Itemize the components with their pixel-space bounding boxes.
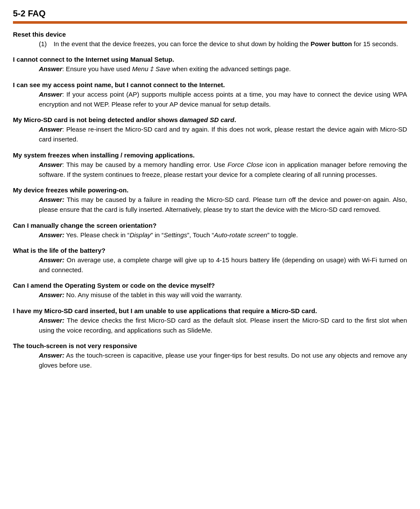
answer-text-powering: This may be caused by a failure in readi… <box>39 196 407 213</box>
answer-text-freezes-1: : This may be caused by a memory handlin… <box>62 161 227 168</box>
section-screen-orientation: Can I manually change the screen orienta… <box>13 222 407 240</box>
answer-label-microsd: Answer <box>39 126 62 133</box>
answer-text-orientation-3: ”, Touch “ <box>187 231 214 239</box>
answer-text-touchscreen: As the touch-screen is capacitive, pleas… <box>39 352 407 369</box>
question-text-access: I can see my access point name, but I ca… <box>13 81 225 88</box>
answer-label-access: Answer <box>39 91 62 98</box>
question-system-freezes: My system freezes when installing / remo… <box>13 151 407 159</box>
section-microsd-damaged: My Micro-SD card is not being detected a… <box>13 116 407 145</box>
answer-manual-setup: Answer: Ensure you have used Menu ‡ Save… <box>39 64 407 74</box>
answer-text-manual-2: when exiting the advanced settings page. <box>170 65 291 72</box>
section-manual-setup: I cannot connect to the Internet using M… <box>13 56 407 74</box>
section-touchscreen: The touch-screen is not very responsive … <box>13 342 407 371</box>
question-access-point: I can see my access point name, but I ca… <box>13 81 407 88</box>
display-italic: Display <box>129 231 151 239</box>
answer-microsd-inserted: Answer: The device checks the first Micr… <box>39 315 407 336</box>
question-text-battery: What is the life of the battery? <box>13 247 105 254</box>
answer-text-microsd-inserted: The device checks the first Micro-SD car… <box>39 317 407 334</box>
section-battery-life: What is the life of the battery? Answer:… <box>13 247 407 275</box>
answer-label-microsd-inserted: Answer: <box>39 317 64 324</box>
question-microsd-damaged: My Micro-SD card is not being detected a… <box>13 116 407 123</box>
section-system-freezes: My system freezes when installing / remo… <box>13 151 407 180</box>
answer-screen-orientation: Answer: Yes. Please check in “Display” i… <box>39 230 407 240</box>
answer-label-touchscreen: Answer: <box>39 352 64 359</box>
answer-label-manual: Answer <box>39 65 62 72</box>
question-os-amend: Can I amend the Operating System or code… <box>13 282 407 289</box>
answer-text-microsd: : Please re-insert the Micro-SD card and… <box>39 126 407 143</box>
answer-microsd-damaged: Answer: Please re-insert the Micro-SD ca… <box>39 124 407 145</box>
num-label: (1) <box>39 39 52 49</box>
question-battery-life: What is the life of the battery? <box>13 247 407 254</box>
force-close-italic: Force Close <box>227 161 263 168</box>
section-os-amend: Can I amend the Operating System or code… <box>13 282 407 300</box>
answer-text-access: : If your access point (AP) supports mul… <box>39 91 407 108</box>
question-text-os: Can I amend the Operating System or code… <box>13 282 215 289</box>
answer-text-reset-1: In the event that the device freezes, yo… <box>54 40 310 47</box>
answer-text-battery: On average use, a complete charge will g… <box>39 256 407 273</box>
answer-system-freezes: Answer: This may be caused by a memory h… <box>39 160 407 180</box>
answer-label-battery: Answer: <box>39 256 64 264</box>
question-manual-setup: I cannot connect to the Internet using M… <box>13 56 407 63</box>
menu-save-italic: Menu ‡ Save <box>132 65 170 72</box>
question-reset-device: Reset this device <box>13 31 407 38</box>
question-text-microsd-2: . <box>234 116 236 123</box>
answer-reset-device: (1) In the event that the device freezes… <box>39 39 407 49</box>
answer-text-os: No. Any misuse of the tablet in this way… <box>64 291 242 298</box>
answer-text-orientation-2: ” in “ <box>151 231 164 239</box>
settings-italic: Settings <box>164 231 187 239</box>
answer-label-freezes: Answer <box>39 161 62 168</box>
damaged-sd-bold-italic: damaged SD card <box>180 116 234 123</box>
answer-battery-life: Answer: On average use, a complete charg… <box>39 255 407 275</box>
question-text-orientation: Can I manually change the screen orienta… <box>13 222 157 229</box>
auto-rotate-italic: Auto-rotate screen <box>214 231 267 239</box>
question-text-powering: My device freezes while powering-on. <box>13 186 129 194</box>
answer-freezes-powering: Answer: This may be caused by a failure … <box>39 195 407 215</box>
answer-touchscreen: Answer: As the touch-screen is capacitiv… <box>39 350 407 371</box>
answer-label-os: Answer: <box>39 291 64 298</box>
question-text-manual: I cannot connect to the Internet using M… <box>13 56 174 63</box>
question-text-freezes: My system freezes when installing / remo… <box>13 151 195 159</box>
section-freezes-powering: My device freezes while powering-on. Ans… <box>13 186 407 215</box>
power-button-bold: Power button <box>311 40 352 47</box>
answer-os-amend: Answer: No. Any misuse of the tablet in … <box>39 290 407 300</box>
answer-access-point: Answer: If your access point (AP) suppor… <box>39 89 407 110</box>
question-screen-orientation: Can I manually change the screen orienta… <box>13 222 407 229</box>
answer-label-powering: Answer: <box>39 196 64 203</box>
accent-bar <box>13 21 407 24</box>
question-text-microsd-1: My Micro-SD card is not being detected a… <box>13 116 180 123</box>
question-text-touchscreen: The touch-screen is not very responsive <box>13 342 137 349</box>
question-freezes-powering: My device freezes while powering-on. <box>13 186 407 194</box>
section-microsd-inserted: I have my Micro-SD card inserted, but I … <box>13 307 407 336</box>
question-touchscreen: The touch-screen is not very responsive <box>13 342 407 349</box>
question-text-reset: Reset this device <box>13 31 66 38</box>
question-microsd-inserted: I have my Micro-SD card inserted, but I … <box>13 307 407 314</box>
answer-label-orientation: Answer: <box>39 231 64 239</box>
answer-text-orientation-1: Yes. Please check in “ <box>64 231 129 239</box>
section-reset-device: Reset this device (1) In the event that … <box>13 31 407 49</box>
answer-text-reset-2: for 15 seconds. <box>352 40 398 47</box>
answer-text-orientation-4: ” to toggle. <box>267 231 298 239</box>
question-text-microsd-inserted: I have my Micro-SD card inserted, but I … <box>13 307 317 314</box>
section-access-point: I can see my access point name, but I ca… <box>13 81 407 110</box>
page-title: 5-2 FAQ <box>13 9 407 19</box>
answer-text-manual-1: : Ensure you have used <box>62 65 132 72</box>
